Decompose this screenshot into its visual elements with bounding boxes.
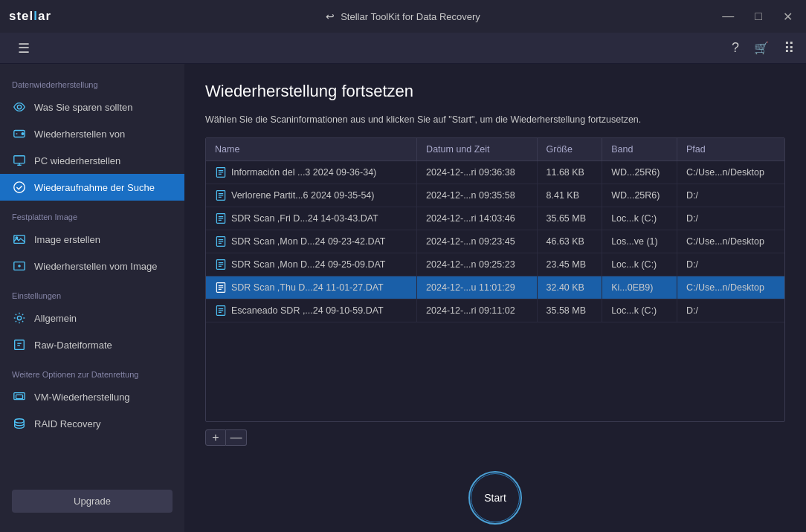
content-inner: Wiederherstellung fortsetzen Wählen Sie … (184, 64, 806, 458)
cell-band: Loc...k (C:) (602, 253, 677, 276)
svg-point-9 (16, 237, 18, 239)
raw-icon (12, 337, 27, 352)
sidebar-item-allgemein[interactable]: Allgemein (0, 305, 184, 331)
table-controls: + — (205, 429, 785, 446)
sidebar-label-raid-recovery: RAID Recovery (34, 418, 101, 429)
close-button[interactable]: ✕ (778, 8, 797, 25)
sidebar-label-image-erstellen: Image erstellen (34, 234, 100, 245)
sidebar-label-allgemein: Allgemein (34, 313, 77, 324)
table-row[interactable]: Verlorene Partit...6 2024 09-35-54)2024-… (206, 184, 784, 207)
cell-size: 35.58 MB (537, 299, 602, 322)
cell-name: Verlorene Partit...6 2024 09-35-54) (206, 184, 417, 207)
cell-size: 11.68 KB (537, 160, 602, 184)
help-icon[interactable]: ? (732, 40, 739, 56)
sidebar-section-festplatten: Festplatten Image (0, 207, 184, 226)
cell-size: 23.45 MB (537, 253, 602, 276)
scan-table-container: Name Datum und Zeit Größe Band Pfad Info… (205, 137, 785, 422)
table-row[interactable]: SDR Scan ,Mon D...24 09-25-09.DAT2024-12… (206, 253, 784, 276)
sidebar-item-image-erstellen[interactable]: Image erstellen (0, 226, 184, 253)
sidebar-item-vm-wiederherstellung[interactable]: VM-Wiederherstellung (0, 383, 184, 410)
sidebar-item-raw-dateiformate[interactable]: Raw-Dateiformate (0, 331, 184, 358)
cell-band: Ki...0EB9) (602, 276, 677, 299)
checkmark-icon (12, 180, 27, 195)
raid-icon (12, 416, 27, 431)
sidebar-label-pc-wiederherstellen: PC wiederherstellen (34, 155, 120, 166)
sidebar-bottom: Upgrade (0, 481, 184, 522)
cell-path: D:/ (677, 299, 784, 322)
titlebar: stellar ↩ Stellar ToolKit for Data Recov… (0, 0, 806, 33)
cell-name: SDR Scan ,Fri D...24 14-03-43.DAT (206, 207, 417, 230)
cell-band: WD...25R6) (602, 160, 677, 184)
cell-size: 8.41 KB (537, 184, 602, 207)
main-layout: Datenwiederherstellung Was Sie sparen so… (0, 64, 806, 532)
table-row[interactable]: Escaneado SDR ,...24 09-10-59.DAT2024-12… (206, 299, 784, 322)
cell-datetime: 2024-12-...u 11:01:29 (417, 276, 537, 299)
cell-datetime: 2024-12-...ri 09:36:38 (417, 160, 537, 184)
hamburger-icon[interactable]: ☰ (18, 40, 30, 56)
cell-path: C:/Use...n/Desktop (677, 230, 784, 253)
table-row[interactable]: Información del ...3 2024 09-36-34)2024-… (206, 160, 784, 184)
sidebar: Datenwiederherstellung Was Sie sparen so… (0, 64, 184, 532)
restore-icon (12, 259, 27, 273)
cell-band: Loc...k (C:) (602, 207, 677, 230)
table-row[interactable]: SDR Scan ,Mon D...24 09-23-42.DAT2024-12… (206, 230, 784, 253)
app-title: Stellar ToolKit for Data Recovery (341, 11, 480, 22)
table-row[interactable]: SDR Scan ,Fri D...24 14-03-43.DAT2024-12… (206, 207, 784, 230)
scan-table: Name Datum und Zeit Größe Band Pfad Info… (206, 138, 784, 322)
vm-icon (12, 389, 27, 404)
sidebar-section-einstellungen: Einstellungen (0, 285, 184, 305)
sidebar-label-raw-dateiformate: Raw-Dateiformate (34, 340, 112, 351)
cell-size: 32.40 KB (537, 276, 602, 299)
sidebar-item-wiederaufnahme[interactable]: Wiederaufnahme der Suche (0, 174, 184, 201)
sidebar-item-wiederherstellen-image[interactable]: Wiederherstellen vom Image (0, 253, 184, 279)
table-row[interactable]: SDR Scan ,Thu D...24 11-01-27.DAT2024-12… (206, 276, 784, 299)
cell-band: WD...25R6) (602, 184, 677, 207)
sidebar-item-raid-recovery[interactable]: RAID Recovery (0, 410, 184, 437)
svg-point-7 (14, 182, 25, 192)
page-title: Wiederherstellung fortsetzen (205, 82, 785, 101)
app-logo: stellar (9, 9, 51, 24)
toolbar: ☰ ? 🛒 ⠿ (0, 33, 806, 64)
cell-datetime: 2024-12-...n 09:23:45 (417, 230, 537, 253)
svg-rect-4 (14, 156, 25, 163)
grid-icon[interactable]: ⠿ (784, 39, 794, 57)
titlebar-center: ↩ Stellar ToolKit for Data Recovery (326, 10, 480, 22)
sidebar-label-wiederherstellen-image: Wiederherstellen vom Image (34, 261, 157, 272)
cell-size: 46.63 KB (537, 230, 602, 253)
cell-name: Información del ...3 2024 09-36-34) (206, 160, 417, 184)
table-header-row: Name Datum und Zeit Größe Band Pfad (206, 138, 784, 161)
eye-icon (12, 100, 27, 114)
cell-name: SDR Scan ,Mon D...24 09-23-42.DAT (206, 230, 417, 253)
sidebar-section-datenwiederherstellung: Datenwiederherstellung (0, 74, 184, 94)
cell-name: SDR Scan ,Thu D...24 11-01-27.DAT (206, 276, 417, 299)
cell-band: Loc...k (C:) (602, 299, 677, 322)
col-band: Band (602, 138, 677, 161)
cell-path: D:/ (677, 184, 784, 207)
gear-icon (12, 311, 27, 325)
col-datetime: Datum und Zeit (417, 138, 537, 161)
remove-row-button[interactable]: — (226, 429, 247, 446)
svg-point-3 (22, 133, 24, 135)
titlebar-right: — □ ✕ (718, 8, 797, 25)
sidebar-label-wiederherstellen-von: Wiederherstellen von (34, 129, 125, 140)
cell-name: SDR Scan ,Mon D...24 09-25-09.DAT (206, 253, 417, 276)
cell-datetime: 2024-12-...n 09:35:58 (417, 184, 537, 207)
sidebar-section-weitere: Weitere Optionen zur Datenrettung (0, 364, 184, 383)
titlebar-left: stellar (9, 9, 51, 24)
minimize-button[interactable]: — (718, 8, 738, 25)
add-row-button[interactable]: + (205, 429, 226, 446)
svg-point-17 (15, 419, 25, 423)
cell-path: C:/Use...n/Desktop (677, 160, 784, 184)
col-size: Größe (537, 138, 602, 161)
start-button[interactable]: Start (468, 471, 522, 525)
upgrade-button[interactable]: Upgrade (12, 490, 173, 513)
monitor-icon (12, 153, 27, 168)
cell-size: 35.65 MB (537, 207, 602, 230)
sidebar-item-pc-wiederherstellen[interactable]: PC wiederherstellen (0, 147, 184, 174)
cell-path: D:/ (677, 207, 784, 230)
content-area: Wiederherstellung fortsetzen Wählen Sie … (184, 64, 806, 532)
cart-icon[interactable]: 🛒 (754, 41, 769, 55)
maximize-button[interactable]: □ (750, 8, 767, 25)
sidebar-item-was-sie-sparen[interactable]: Was Sie sparen sollten (0, 94, 184, 120)
sidebar-item-wiederherstellen-von[interactable]: Wiederherstellen von (0, 120, 184, 147)
